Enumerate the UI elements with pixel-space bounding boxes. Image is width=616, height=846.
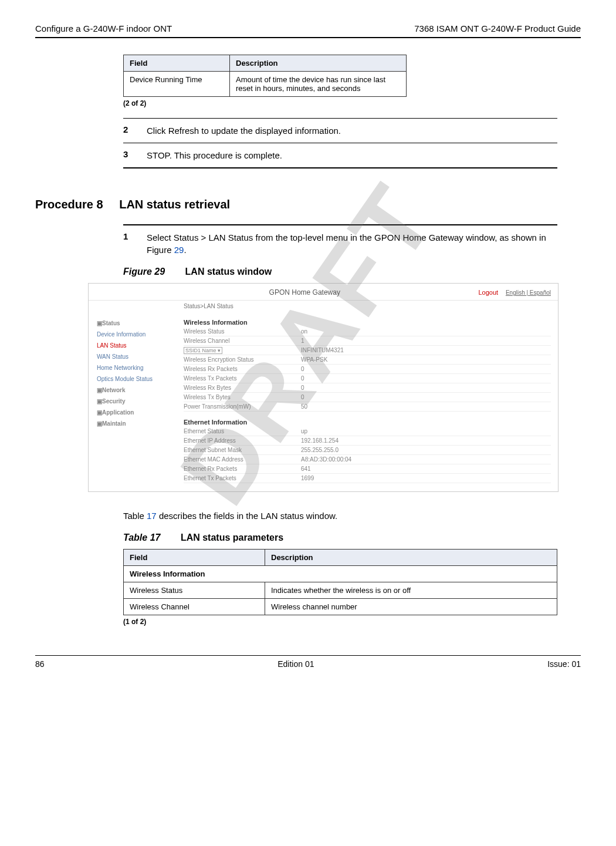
footer-edition: Edition 01 [277, 659, 314, 669]
fig-v: 0 [301, 366, 551, 372]
figure-title: LAN status window [185, 267, 272, 277]
table-section: Wireless Information [124, 566, 557, 582]
ssid-select[interactable]: SSID1 Name ▾ [184, 347, 222, 354]
table17-title: LAN status parameters [181, 532, 283, 542]
fig-v: 0 [301, 394, 551, 400]
footer-page-number: 86 [35, 659, 45, 669]
page-footer: 86 Edition 01 Issue: 01 [35, 655, 581, 669]
td-field: Wireless Status [124, 582, 265, 599]
sidebar: ▣Status Device Information LAN Status WA… [89, 312, 184, 491]
fig-v: on [301, 328, 551, 335]
step-rule [123, 143, 557, 143]
wireless-info-heading: Wireless Information [184, 316, 551, 327]
figure-ref-29[interactable]: 29 [174, 245, 184, 255]
table-caption-1of2: (1 of 2) [123, 618, 581, 626]
procedure-title: Procedure 8 LAN status retrieval [35, 198, 581, 211]
fig-k: Wireless Tx Bytes [184, 394, 301, 400]
para-prefix: Table [123, 511, 147, 521]
header-rule [35, 37, 581, 38]
table17-heading: Table 17 LAN status parameters [123, 532, 581, 543]
fig-v: 641 [301, 466, 551, 472]
ethernet-info-heading: Ethernet Information [184, 416, 551, 427]
breadcrumb: Status>LAN Status [177, 301, 558, 312]
main-panel: Wireless Information Wireless Statuson W… [184, 312, 558, 491]
procedure-label: Procedure 8 [35, 198, 103, 211]
procedure-name: LAN status retrieval [119, 198, 230, 211]
fig-k: Wireless Channel [184, 338, 301, 344]
step-number-1: 1 [123, 231, 147, 256]
td-desc: Amount of time the device has run since … [230, 72, 407, 97]
fig-k: Ethernet Status [184, 428, 301, 434]
table-caption-2of2: (2 of 2) [123, 99, 581, 107]
fig-k: Ethernet Subnet Mask [184, 447, 301, 453]
fig-k: Wireless Encryption Status [184, 356, 301, 363]
fig-v: up [301, 428, 551, 434]
step-number-3: 3 [123, 149, 147, 161]
step1-prefix: Select Status > LAN Status from the top-… [147, 232, 546, 255]
step-rule [123, 118, 557, 119]
sidebar-item-wan-status[interactable]: WAN Status [97, 351, 179, 362]
step-rule-start [123, 224, 557, 225]
header-left: Configure a G-240W-F indoor ONT [35, 23, 172, 33]
table17-label: Table 17 [123, 532, 160, 542]
fig-v: 1699 [301, 475, 551, 481]
th-field: Field [124, 550, 265, 566]
para-suffix: describes the fields in the LAN status w… [157, 511, 338, 521]
header-right: 7368 ISAM ONT G-240W-F Product Guide [414, 23, 581, 33]
fig-k: Power Transmission(mW) [184, 403, 301, 410]
fig-k: Ethernet MAC Address [184, 456, 301, 463]
td-desc: Wireless channel number [265, 599, 557, 615]
step-rule-end [123, 167, 557, 168]
step-text-1: Select Status > LAN Status from the top-… [147, 231, 557, 256]
td-field: Device Running Time [124, 72, 230, 97]
sidebar-section-maintain[interactable]: Maintain [102, 420, 126, 427]
footer-issue: Issue: 01 [547, 659, 581, 669]
table-ref-paragraph: Table 17 describes the fields in the LAN… [123, 510, 557, 522]
fig-v: 50 [301, 403, 551, 410]
sidebar-item-home-networking[interactable]: Home Networking [97, 362, 179, 373]
th-desc: Description [230, 55, 407, 72]
fig-v: 255.255.255.0 [301, 447, 551, 453]
sidebar-item-device-info[interactable]: Device Information [97, 329, 179, 340]
fig-v: 192.168.1.254 [301, 437, 551, 444]
fig-v: 0 [301, 375, 551, 382]
fig-v: INFINITUM4321 [301, 347, 551, 353]
table-ref-17[interactable]: 17 [147, 511, 157, 521]
step-text-3: STOP. This procedure is complete. [147, 149, 557, 161]
sidebar-item-optics[interactable]: Optics Module Status [97, 373, 179, 385]
th-desc: Description [265, 550, 557, 566]
fig-v: 1 [301, 338, 551, 344]
table-device-running-time: Field Description Device Running Time Am… [123, 55, 407, 97]
figure-screenshot: GPON Home Gateway Logout English | Españ… [88, 283, 559, 492]
fig-v: 0 [301, 385, 551, 391]
td-desc: Indicates whether the wireless is on or … [265, 582, 557, 599]
page-header: Configure a G-240W-F indoor ONT 7368 ISA… [35, 23, 581, 33]
fig-k: Ethernet Rx Packets [184, 466, 301, 472]
sidebar-section-network[interactable]: Network [102, 387, 125, 393]
logout-link[interactable]: Logout [478, 289, 498, 296]
language-switch[interactable]: English | Español [506, 289, 551, 296]
td-field: Wireless Channel [124, 599, 265, 615]
sidebar-item-lan-status[interactable]: LAN Status [97, 340, 179, 351]
fig-v: WPA-PSK [301, 356, 551, 363]
sidebar-section-application[interactable]: Application [102, 409, 134, 416]
fig-k: Wireless Status [184, 328, 301, 335]
fig-k: Wireless Rx Bytes [184, 385, 301, 391]
fig-v: A8:AD:3D:00:00:04 [301, 456, 551, 463]
step-text-2: Click Refresh to update the displayed in… [147, 124, 557, 137]
fig-k: Wireless Rx Packets [184, 366, 301, 372]
fig-k: Wireless Tx Packets [184, 375, 301, 382]
sidebar-section-security[interactable]: Security [102, 398, 125, 405]
figure-label: Figure 29 [123, 267, 165, 277]
figure-heading: Figure 29 LAN status window [123, 267, 581, 277]
step1-suffix: . [184, 245, 186, 255]
sidebar-section-status[interactable]: Status [102, 320, 120, 326]
fig-k: Ethernet Tx Packets [184, 475, 301, 481]
fig-k: Ethernet IP Address [184, 437, 301, 444]
th-field: Field [124, 55, 230, 72]
screenshot-app-title: GPON Home Gateway [131, 288, 478, 296]
step-number-2: 2 [123, 124, 147, 137]
table-lan-status-params: Field Description Wireless Information W… [123, 549, 557, 615]
